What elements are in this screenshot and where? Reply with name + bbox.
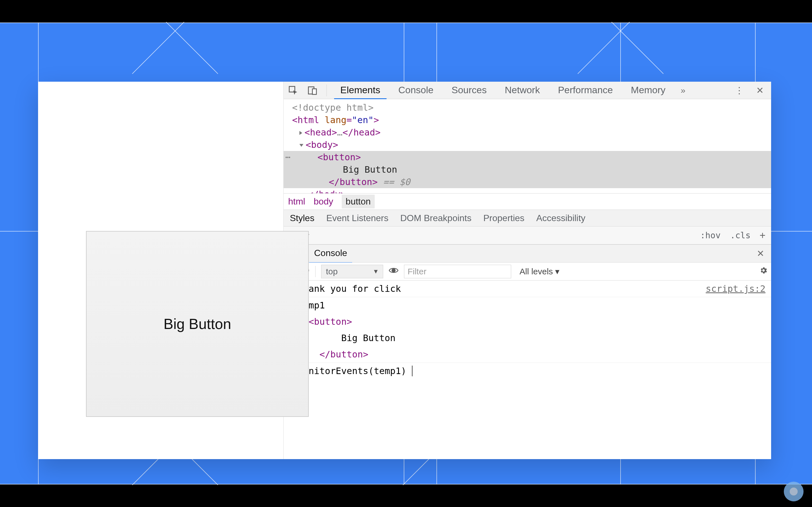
tab-performance[interactable]: Performance (552, 81, 619, 100)
console-prompt-row[interactable]: › monitorEvents(temp1) (284, 363, 771, 379)
svg-point-8 (392, 269, 395, 272)
console-past-input: temp1 (298, 298, 765, 313)
new-style-rule-icon[interactable]: + (757, 230, 768, 241)
toolbar-separator (326, 84, 327, 96)
tab-console[interactable]: Console (392, 81, 440, 100)
tab-network[interactable]: Network (499, 81, 546, 100)
presentation-stage: Big Button Elements Console Sources (0, 0, 812, 507)
console-settings-icon[interactable] (759, 266, 768, 277)
dom-line-doctype[interactable]: <!doctype html> (284, 101, 771, 114)
subtab-accessibility[interactable]: Accessibility (535, 209, 587, 228)
dom-line-head[interactable]: <head>…</head> (284, 126, 771, 138)
console-body[interactable]: thank you for click script.js:2 › temp1 … (284, 281, 771, 459)
dom-tree[interactable]: <!doctype html> <html lang="en"> <head>…… (284, 99, 771, 193)
tab-elements[interactable]: Elements (334, 81, 387, 100)
console-drawer-title[interactable]: Console (309, 244, 352, 263)
page-big-button[interactable]: Big Button (86, 231, 309, 417)
toolbar-separator (315, 266, 315, 277)
styles-subtabs: Styles Event Listeners DOM Breakpoints P… (284, 210, 771, 226)
subtab-event-listeners[interactable]: Event Listeners (325, 209, 390, 228)
tab-memory[interactable]: Memory (625, 81, 672, 100)
rendered-page-pane: Big Button (38, 82, 283, 459)
inspect-element-icon[interactable] (287, 83, 300, 97)
console-context-select[interactable]: top▼ (321, 265, 383, 278)
devtools-menu-icon[interactable]: ⋮ (731, 85, 747, 96)
device-toggle-icon[interactable] (306, 83, 319, 97)
devtools-top-toolbar: Elements Console Sources Network Perform… (284, 82, 771, 99)
dom-line-html-open[interactable]: <html lang="en"> (284, 114, 771, 126)
more-tabs-icon[interactable]: » (677, 86, 689, 95)
console-filter-input[interactable]: Filter (404, 265, 511, 278)
subtab-styles[interactable]: Styles (289, 209, 315, 228)
chrome-logo-icon (784, 482, 804, 501)
browser-devtools-window: Big Button Elements Console Sources (38, 82, 771, 459)
console-log-row[interactable]: thank you for click script.js:2 (284, 281, 771, 297)
live-expression-icon[interactable] (389, 266, 398, 277)
dom-line-body-close[interactable]: </body> (284, 188, 771, 193)
crumb-body[interactable]: body (313, 196, 333, 207)
svg-rect-2 (312, 89, 316, 94)
crumb-button[interactable]: button (342, 194, 375, 209)
console-levels-select[interactable]: All levels ▾ (517, 265, 562, 277)
console-toolbar: top▼ Filter All levels ▾ (284, 263, 771, 281)
console-drawer-header: ⋮ Console ✕ (284, 244, 771, 263)
console-output-row: </button> (284, 346, 771, 363)
dom-line-body-open[interactable]: <body> (284, 138, 771, 151)
slide-background: Big Button Elements Console Sources (0, 22, 812, 485)
console-log-message: thank you for click (298, 282, 706, 296)
dom-edit-icon[interactable]: ⋯ (285, 151, 290, 163)
dom-selected-node[interactable]: ⋯ <button> Big Button </button> == $0 (284, 151, 771, 188)
styles-filter-input[interactable]: Filter (287, 230, 693, 241)
devtools-close-icon[interactable]: ✕ (753, 85, 767, 96)
cls-toggle[interactable]: .cls (727, 229, 753, 241)
tab-sources[interactable]: Sources (445, 81, 493, 100)
devtools-panel: Elements Console Sources Network Perform… (283, 82, 771, 459)
hov-toggle[interactable]: :hov (697, 229, 723, 241)
crumb-html[interactable]: html (288, 196, 305, 207)
page-big-button-label: Big Button (163, 316, 231, 332)
console-output-row[interactable]: ‹ <button> (284, 314, 771, 330)
text-cursor (406, 365, 412, 376)
styles-filter-bar: Filter :hov .cls + (284, 226, 771, 244)
console-log-source-link[interactable]: script.js:2 (706, 282, 765, 296)
console-drawer-close-icon[interactable]: ✕ (753, 248, 768, 259)
subtab-properties[interactable]: Properties (482, 209, 525, 228)
subtab-dom-breakpoints[interactable]: DOM Breakpoints (399, 209, 473, 228)
console-input-row[interactable]: › temp1 (284, 297, 771, 314)
console-current-input[interactable]: monitorEvents(temp1) (298, 365, 406, 376)
console-output-row: Big Button (284, 330, 771, 346)
dom-breadcrumb: html body button (284, 193, 771, 210)
